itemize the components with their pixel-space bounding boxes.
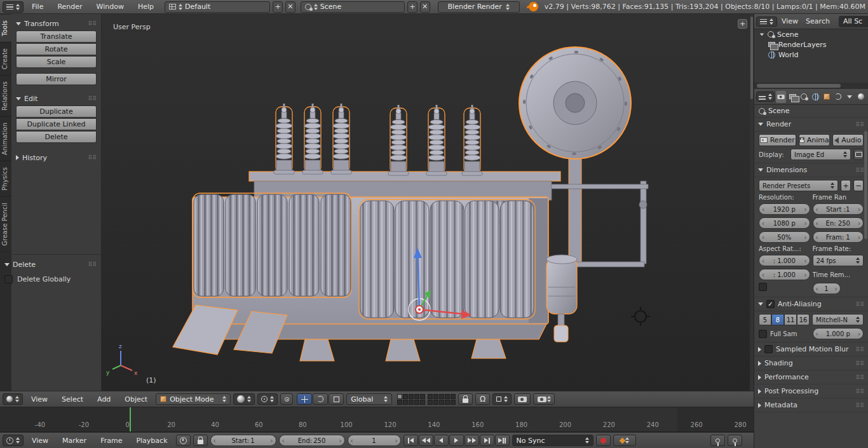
snap-element-selector[interactable] bbox=[492, 393, 512, 405]
fps-selector[interactable]: 24 fps bbox=[813, 255, 864, 266]
display-options-button[interactable] bbox=[853, 149, 864, 160]
shelf-tab-physics[interactable]: Physics bbox=[0, 161, 11, 196]
viewport-shading-selector[interactable] bbox=[233, 393, 255, 405]
border-checkbox[interactable] bbox=[759, 283, 767, 291]
rotate-manipulator-toggle[interactable] bbox=[313, 393, 328, 405]
delete-globally-checkbox[interactable] bbox=[4, 275, 13, 283]
menu-playback[interactable]: Playback bbox=[130, 433, 173, 448]
menu-select[interactable]: Select bbox=[56, 391, 89, 407]
frame-end-field[interactable]: En: 250 bbox=[813, 217, 864, 229]
panel-header-metadata[interactable]: Metadata bbox=[754, 398, 868, 412]
aspect-y-field[interactable]: : 1.000 bbox=[759, 269, 810, 280]
shelf-tab-animation[interactable]: Animation bbox=[0, 116, 11, 161]
add-layout-button[interactable]: + bbox=[273, 1, 283, 13]
editor-type-selector[interactable] bbox=[3, 1, 24, 13]
time-remap-field[interactable]: 1 bbox=[813, 283, 841, 294]
pivot-align-toggle[interactable] bbox=[280, 393, 293, 405]
render-engine-selector[interactable]: Blender Render bbox=[438, 1, 520, 13]
shelf-tab-relations[interactable]: Relations bbox=[0, 75, 11, 116]
aa-filter-selector[interactable]: Mitchell-N bbox=[812, 314, 864, 325]
play-button[interactable] bbox=[449, 435, 464, 446]
rotate-button[interactable]: Rotate bbox=[16, 43, 97, 55]
filter-size-field[interactable]: 1.000 p bbox=[813, 328, 864, 339]
duplicate-linked-button[interactable]: Duplicate Linked bbox=[16, 118, 97, 130]
auto-keyframe-record-toggle[interactable] bbox=[596, 435, 611, 446]
tab-render-layers[interactable] bbox=[787, 91, 797, 103]
editor-type-selector[interactable] bbox=[756, 17, 777, 27]
frame-start-field[interactable]: Start :1 bbox=[813, 203, 864, 215]
menu-help[interactable]: Help bbox=[132, 0, 159, 13]
translate-button[interactable]: Translate bbox=[16, 31, 97, 43]
shelf-tab-grease-pencil[interactable]: Grease Pencil bbox=[0, 196, 11, 252]
tab-material[interactable] bbox=[856, 91, 866, 103]
add-scene-button[interactable]: + bbox=[407, 1, 417, 13]
aa-samples-11[interactable]: 11 bbox=[784, 314, 797, 325]
menu-window[interactable]: Window bbox=[91, 0, 130, 13]
menu-search[interactable]: Search bbox=[803, 14, 833, 29]
panel-header-dimensions[interactable]: Dimensions bbox=[754, 163, 868, 177]
jump-to-end-button[interactable] bbox=[495, 435, 510, 446]
panel-header-render[interactable]: Render bbox=[754, 118, 868, 132]
delete-button[interactable]: Delete bbox=[16, 131, 97, 143]
close-scene-button[interactable]: ✕ bbox=[420, 1, 430, 13]
shelf-tab-create[interactable]: Create bbox=[0, 42, 11, 75]
menu-render[interactable]: Render bbox=[51, 0, 88, 13]
insert-keyframe-button[interactable] bbox=[710, 435, 725, 446]
frame-start-field[interactable]: Start: 1 bbox=[210, 435, 276, 446]
panel-header-transform[interactable]: Transform bbox=[16, 17, 97, 31]
frame-step-field[interactable]: Fram: 1 bbox=[813, 231, 864, 243]
display-filter-selector[interactable]: All Sc bbox=[839, 16, 868, 27]
render-audio-button[interactable]: Audio bbox=[832, 134, 864, 146]
opengl-render-button[interactable] bbox=[514, 393, 531, 405]
outliner-item-scene[interactable]: Scene bbox=[754, 29, 868, 39]
shelf-tab-tools[interactable]: Tools bbox=[0, 14, 11, 42]
menu-add[interactable]: Add bbox=[92, 391, 116, 407]
frame-end-field[interactable]: End: 250 bbox=[279, 435, 345, 446]
aa-samples-16[interactable]: 16 bbox=[797, 314, 810, 325]
opengl-render-anim-button[interactable] bbox=[533, 393, 555, 405]
region-expand-button[interactable]: + bbox=[738, 19, 747, 29]
fast-forward-button[interactable] bbox=[465, 435, 479, 446]
tab-scene[interactable] bbox=[799, 91, 809, 103]
lock-time-toggle[interactable] bbox=[193, 435, 208, 446]
tab-render[interactable] bbox=[776, 91, 786, 103]
render-display-selector[interactable]: Image Ed bbox=[790, 149, 851, 160]
menu-view[interactable]: View bbox=[26, 433, 54, 448]
screen-layout-selector[interactable]: Default bbox=[165, 1, 270, 13]
outliner-item-renderlayers[interactable]: RenderLayers bbox=[754, 39, 868, 50]
resolution-percent-field[interactable]: 50% bbox=[759, 231, 810, 243]
render-still-button[interactable]: Render bbox=[759, 134, 796, 146]
panel-header-operator-delete[interactable]: Delete bbox=[4, 257, 97, 271]
outliner-scrollbar[interactable] bbox=[754, 83, 868, 89]
full-sample-checkbox[interactable] bbox=[759, 330, 767, 338]
prev-keyframe-button[interactable] bbox=[419, 435, 433, 446]
close-layout-button[interactable]: ✕ bbox=[285, 1, 295, 13]
scale-button[interactable]: Scale bbox=[16, 56, 97, 68]
menu-object[interactable]: Object bbox=[119, 391, 153, 407]
panel-header-shading[interactable]: Shading bbox=[754, 356, 868, 370]
duplicate-button[interactable]: Duplicate bbox=[16, 105, 97, 118]
mode-selector[interactable]: Object Mode bbox=[156, 393, 231, 405]
3d-viewport[interactable]: z x y User Persp (1) + bbox=[102, 14, 754, 391]
outliner-item-world[interactable]: World bbox=[754, 50, 868, 60]
tab-object[interactable] bbox=[822, 91, 832, 103]
transformer-model[interactable] bbox=[173, 47, 648, 361]
panel-header-performance[interactable]: Performance bbox=[754, 370, 868, 384]
jump-to-start-button[interactable] bbox=[403, 435, 418, 446]
remove-preset-button[interactable]: − bbox=[853, 180, 864, 191]
lock-to-scene-toggle[interactable] bbox=[458, 393, 473, 405]
3d-cursor[interactable] bbox=[631, 307, 650, 326]
viewport-canvas[interactable]: z x y bbox=[102, 14, 750, 391]
editor-type-selector[interactable] bbox=[3, 393, 23, 405]
panel-header-anti-aliasing[interactable]: Anti-Aliasing bbox=[754, 297, 868, 311]
motion-blur-checkbox[interactable] bbox=[764, 345, 773, 353]
menu-frame[interactable]: Frame bbox=[95, 433, 128, 448]
properties-scrollbar[interactable] bbox=[864, 131, 867, 239]
resolution-x-field[interactable]: 1920 p bbox=[759, 203, 810, 215]
panel-header-sampled-motion-blur[interactable]: Sampled Motion Blur bbox=[754, 343, 868, 356]
play-reverse-button[interactable] bbox=[434, 435, 449, 446]
panel-header-history[interactable]: History bbox=[16, 151, 97, 165]
add-preset-button[interactable]: + bbox=[841, 180, 851, 191]
panel-header-post-processing[interactable]: Post Processing bbox=[754, 384, 868, 398]
tab-data[interactable] bbox=[844, 91, 855, 103]
